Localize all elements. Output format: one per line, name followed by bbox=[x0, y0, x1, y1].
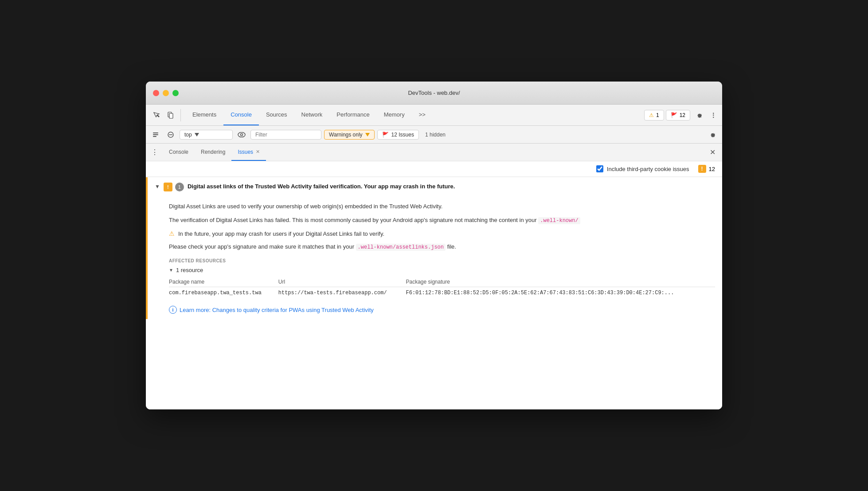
drawer-tab-rendering[interactable]: Rendering bbox=[195, 144, 231, 161]
console-toolbar: top Warnings only 🚩 12 Issues 1 hidden bbox=[146, 126, 722, 144]
issues-warn-icon: ! bbox=[698, 165, 706, 173]
info-icon: 🚩 bbox=[671, 112, 677, 118]
affected-label: AFFECTED RESOURCES bbox=[169, 258, 715, 263]
svg-point-7 bbox=[238, 132, 245, 137]
toolbar-right: ⚠ 1 🚩 12 ⋮ bbox=[644, 108, 719, 122]
resource-toggle[interactable]: ▼ 1 resource bbox=[169, 267, 715, 273]
svg-rect-2 bbox=[153, 132, 158, 133]
tab-elements[interactable]: Elements bbox=[185, 105, 223, 125]
assetlinks-code: .well-known/assetlinks.json bbox=[356, 244, 446, 251]
console-settings-button[interactable] bbox=[706, 129, 719, 141]
well-known-code: .well-known/ bbox=[538, 217, 580, 224]
tab-more[interactable]: >> bbox=[412, 105, 433, 125]
issues-badge-button[interactable]: 🚩 12 Issues bbox=[377, 130, 419, 140]
include-third-party-checkbox[interactable] bbox=[596, 165, 603, 172]
issue-desc-1: Digital Asset Links are used to verify y… bbox=[169, 202, 715, 211]
filter-input[interactable] bbox=[250, 130, 321, 140]
table-row: com.firebaseapp.twa_tests.twa https://tw… bbox=[169, 287, 715, 299]
include-third-party-label[interactable]: Include third-party cookie issues bbox=[596, 165, 689, 172]
drawer-tabbar: ⋮ Console Rendering Issues ✕ ✕ bbox=[146, 144, 722, 161]
tab-performance[interactable]: Performance bbox=[329, 105, 376, 125]
hidden-count-label: 1 hidden bbox=[422, 132, 449, 138]
issue-title: Digital asset links of the Trusted Web A… bbox=[188, 183, 455, 191]
learn-more-text: Learn more: Changes to quality criteria … bbox=[180, 307, 374, 313]
svg-rect-1 bbox=[169, 113, 173, 118]
tab-network[interactable]: Network bbox=[294, 105, 330, 125]
main-toolbar: Elements Console Sources Network Perform… bbox=[146, 105, 722, 126]
issue-body: Digital Asset Links are used to verify y… bbox=[146, 197, 722, 319]
toolbar-separator-1 bbox=[180, 109, 181, 121]
drawer-more-icon[interactable]: ⋮ bbox=[149, 147, 160, 158]
more-options-button[interactable]: ⋮ bbox=[708, 108, 719, 122]
tab-sources[interactable]: Sources bbox=[259, 105, 294, 125]
title-bar: DevTools - web.dev/ bbox=[146, 82, 722, 105]
col-package-name: Package name bbox=[169, 277, 278, 287]
main-tabs: Elements Console Sources Network Perform… bbox=[185, 105, 433, 125]
svg-point-8 bbox=[241, 133, 243, 136]
warn-count: 1 bbox=[656, 112, 659, 118]
minimize-button[interactable] bbox=[163, 90, 169, 96]
learn-more-link[interactable]: i Learn more: Changes to quality criteri… bbox=[169, 306, 715, 314]
issues-flag-icon: 🚩 bbox=[382, 132, 389, 138]
inline-warn-icon: ⚠ bbox=[169, 230, 175, 237]
issue-warn-badge: ! bbox=[164, 183, 172, 191]
issue-desc-2: The verification of Digital Asset Links … bbox=[169, 216, 715, 225]
inspect-icon[interactable] bbox=[149, 108, 164, 122]
resource-table: Package name Url Package signature com.f… bbox=[169, 277, 715, 299]
drawer-tab-close-icon[interactable]: ✕ bbox=[256, 149, 260, 155]
svg-rect-3 bbox=[153, 134, 158, 135]
device-toggle-icon[interactable] bbox=[164, 108, 178, 122]
col-signature: Package signature bbox=[406, 277, 716, 287]
drawer-close-button[interactable]: ✕ bbox=[706, 146, 719, 159]
issue-group-twa: ▼ ! 1 Digital asset links of the Trusted… bbox=[146, 177, 722, 319]
drawer-panel: ⋮ Console Rendering Issues ✕ ✕ Include t… bbox=[146, 144, 722, 409]
devtools-window: DevTools - web.dev/ Elements Console Sou… bbox=[146, 82, 722, 409]
window-title: DevTools - web.dev/ bbox=[408, 90, 460, 96]
context-value: top bbox=[184, 132, 192, 138]
issues-panel: Include third-party cookie issues ! 12 ▼… bbox=[146, 161, 722, 319]
issue-warn-text: In the future, your app may crash for us… bbox=[178, 230, 384, 238]
issue-header[interactable]: ▼ ! 1 Digital asset links of the Trusted… bbox=[146, 177, 722, 197]
tab-console[interactable]: Console bbox=[223, 105, 259, 125]
warnings-label: Warnings only bbox=[329, 132, 363, 138]
close-button[interactable] bbox=[153, 90, 159, 96]
warnings-only-select[interactable]: Warnings only bbox=[324, 130, 375, 140]
tab-memory[interactable]: Memory bbox=[377, 105, 412, 125]
col-url: Url bbox=[278, 277, 406, 287]
issues-count-label: 12 Issues bbox=[391, 132, 414, 138]
settings-button[interactable] bbox=[692, 108, 706, 122]
warn-icon: ⚠ bbox=[649, 112, 654, 118]
issue-warn-line: ⚠ In the future, your app may crash for … bbox=[169, 230, 715, 238]
learn-more-circle-icon: i bbox=[169, 306, 177, 314]
warn-badge-button[interactable]: ⚠ 1 bbox=[644, 110, 664, 121]
affected-resources: AFFECTED RESOURCES ▼ 1 resource Package … bbox=[169, 258, 715, 299]
issues-total-badge: ! 12 bbox=[698, 165, 715, 173]
resource-toggle-chevron: ▼ bbox=[169, 268, 173, 273]
include-bar: Include third-party cookie issues ! 12 bbox=[146, 161, 722, 177]
window-controls bbox=[153, 90, 179, 96]
cell-url: https://twa-tests.firebaseapp.com/ bbox=[278, 287, 406, 299]
info-count: 12 bbox=[680, 112, 685, 118]
table-header-row: Package name Url Package signature bbox=[169, 277, 715, 287]
clear-console-icon[interactable] bbox=[149, 129, 162, 141]
issue-expand-chevron: ▼ bbox=[155, 183, 160, 190]
resource-toggle-label: 1 resource bbox=[176, 267, 203, 273]
context-select[interactable]: top bbox=[180, 130, 233, 140]
no-entry-icon[interactable] bbox=[164, 129, 177, 141]
cell-package-name: com.firebaseapp.twa_tests.twa bbox=[169, 287, 278, 299]
eye-icon[interactable] bbox=[235, 129, 248, 141]
drawer-tab-issues[interactable]: Issues ✕ bbox=[231, 144, 266, 161]
issue-count-circle: 1 bbox=[175, 183, 184, 191]
issue-check-text: Please check your app's signature and ma… bbox=[169, 242, 715, 251]
drawer-tab-console[interactable]: Console bbox=[163, 144, 195, 161]
svg-rect-4 bbox=[153, 136, 156, 137]
info-badge-button[interactable]: 🚩 12 bbox=[666, 110, 690, 121]
maximize-button[interactable] bbox=[172, 90, 179, 96]
cell-signature: F6:01:12:78:BD:E1:88:52:D5:0F:05:2A:5E:6… bbox=[406, 287, 716, 299]
